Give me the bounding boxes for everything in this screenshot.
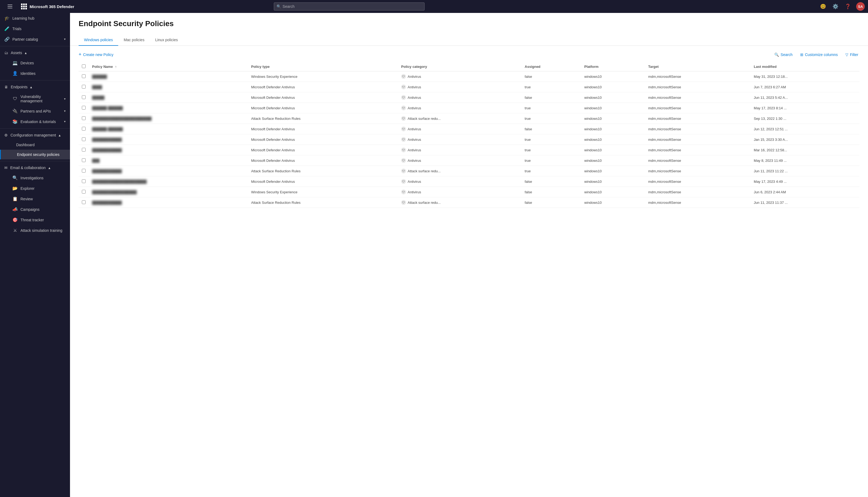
cell-policy-name[interactable]: ██████ — [89, 71, 248, 82]
sidebar-item-trials[interactable]: 🧪 Trials — [0, 24, 70, 34]
policy-name-link[interactable]: ██████████████████ — [92, 190, 137, 194]
create-new-policy-button[interactable]: + Create new Policy — [79, 50, 113, 59]
shield-category-icon: 🛡 — [401, 147, 406, 152]
row-checkbox-4[interactable] — [82, 116, 86, 120]
cell-assigned: true — [522, 82, 581, 93]
policy-name-link[interactable]: ███ — [92, 159, 100, 162]
sidebar-item-threat-tracker[interactable]: 🎯 Threat tracker — [0, 215, 70, 225]
sidebar-item-attack-simulation[interactable]: ⚔ Attack simulation training — [0, 225, 70, 236]
sidebar-item-endpoint-security-policies[interactable]: Endpoint security policies — [0, 150, 70, 159]
cell-platform: windows10 — [581, 124, 645, 134]
hamburger-button[interactable] — [3, 2, 17, 11]
row-checkbox-0[interactable] — [82, 74, 86, 78]
sidebar-item-devices[interactable]: 💻 Devices — [0, 58, 70, 68]
main-layout: 🎓 Learning hub 🧪 Trials 🔗 Partner catalo… — [0, 13, 868, 497]
filter-button[interactable]: ▽ Filter — [844, 52, 859, 58]
cell-platform: windows10 — [581, 166, 645, 176]
row-checkbox-9[interactable] — [82, 169, 86, 173]
policies-table: Policy Name ↑ Policy type Policy categor… — [79, 62, 859, 208]
policy-name-link[interactable]: ████████████ — [92, 138, 122, 142]
sidebar-item-review[interactable]: 📋 Review — [0, 194, 70, 204]
feedback-button[interactable]: 😊 — [819, 2, 827, 11]
cell-policy-category: 🛡 Antivirus — [398, 176, 522, 187]
sidebar-item-campaigns[interactable]: 📣 Campaigns — [0, 204, 70, 215]
sidebar-item-explorer[interactable]: 📂 Explorer — [0, 183, 70, 194]
sidebar-item-email-collaboration[interactable]: ✉ Email & collaboration ▴ — [0, 163, 70, 173]
search-input[interactable] — [274, 2, 425, 11]
cell-target: mdm,microsoftSense — [645, 176, 751, 187]
row-checkbox-cell — [79, 113, 89, 124]
cell-policy-name[interactable]: ██████████████████████ — [89, 176, 248, 187]
row-checkbox-12[interactable] — [82, 200, 86, 204]
sidebar-item-learning-hub[interactable]: 🎓 Learning hub — [0, 13, 70, 24]
row-checkbox-2[interactable] — [82, 95, 86, 99]
row-checkbox-6[interactable] — [82, 137, 86, 141]
sidebar-item-evaluation[interactable]: 📚 Evaluation & tutorials ▾ — [0, 116, 70, 127]
partner-catalog-icon: 🔗 — [4, 37, 10, 42]
sidebar-label-assets: Assets — [11, 51, 22, 55]
col-header-policy-name[interactable]: Policy Name ↑ — [89, 62, 248, 71]
policy-name-link[interactable]: █████ — [92, 96, 104, 100]
row-checkbox-8[interactable] — [82, 158, 86, 162]
search-table-button[interactable]: 🔍 Search — [773, 52, 794, 58]
cell-policy-name[interactable]: ████████████ — [89, 145, 248, 155]
row-checkbox-7[interactable] — [82, 148, 86, 152]
tab-windows-policies[interactable]: Windows policies — [79, 34, 118, 46]
waffle-icon[interactable] — [21, 3, 27, 10]
sidebar-item-configuration-management[interactable]: ⚙ Configuration management ▴ — [0, 130, 70, 140]
policy-name-link[interactable]: ████████████ — [92, 169, 122, 173]
row-checkbox-5[interactable] — [82, 127, 86, 131]
policy-name-link[interactable]: ██████ — [92, 74, 107, 79]
sidebar-item-dashboard[interactable]: Dashboard — [0, 140, 70, 150]
cell-policy-name[interactable]: ████████████ — [89, 166, 248, 176]
evaluation-icon: 📚 — [12, 119, 18, 124]
cell-target: mdm,microsoftSense — [645, 124, 751, 134]
cell-policy-name[interactable]: ████████████ — [89, 134, 248, 145]
row-checkbox-cell — [79, 71, 89, 82]
row-checkbox-1[interactable] — [82, 85, 86, 88]
sort-icon: ↑ — [115, 65, 117, 69]
policy-name-link[interactable]: ██████ ██████ — [92, 106, 123, 110]
tab-mac-policies[interactable]: Mac policies — [118, 34, 150, 46]
cell-policy-name[interactable]: ████████████████████████ — [89, 113, 248, 124]
category-text: Antivirus — [408, 148, 421, 152]
cell-policy-name[interactable]: ██████ ██████ — [89, 124, 248, 134]
policy-name-link[interactable]: ████ — [92, 85, 102, 89]
cell-policy-name[interactable]: ████████████ — [89, 197, 248, 208]
chevron-up-icon-2: ▴ — [30, 85, 32, 89]
cell-policy-category: 🛡 Attack surface redu... — [398, 113, 522, 124]
cell-policy-name[interactable]: ██████ ██████ — [89, 103, 248, 113]
cell-policy-type: Microsoft Defender Antivirus — [248, 145, 398, 155]
policy-name-link[interactable]: ████████████████████████ — [92, 117, 152, 120]
config-mgmt-icon: ⚙ — [4, 133, 8, 137]
select-all-checkbox[interactable] — [82, 65, 86, 68]
policy-name-link[interactable]: ████████████ — [92, 201, 122, 204]
customize-columns-button[interactable]: ⊞ Customize columns — [799, 52, 839, 58]
policy-name-link[interactable]: ████████████ — [92, 148, 122, 152]
cell-policy-name[interactable]: █████ — [89, 93, 248, 103]
policy-name-link[interactable]: ██████ ██████ — [92, 127, 123, 131]
tab-linux-policies[interactable]: Linux policies — [150, 34, 183, 46]
row-checkbox-11[interactable] — [82, 190, 86, 194]
row-checkbox-10[interactable] — [82, 179, 86, 183]
row-checkbox-3[interactable] — [82, 106, 86, 110]
sidebar-item-investigations[interactable]: 🔍 Investigations — [0, 173, 70, 183]
sidebar-item-partners-apis[interactable]: 🔌 Partners and APIs ▾ — [0, 106, 70, 116]
toolbar-right: 🔍 Search ⊞ Customize columns ▽ Filter — [773, 52, 859, 58]
cell-target: mdm,microsoftSense — [645, 187, 751, 197]
sidebar-item-endpoints[interactable]: 🖥 Endpoints ▴ — [0, 82, 70, 92]
row-checkbox-cell — [79, 155, 89, 166]
settings-button[interactable]: ⚙️ — [831, 2, 839, 11]
shield-category-icon: 🛡 — [401, 200, 406, 205]
cell-policy-name[interactable]: ███ — [89, 155, 248, 166]
policy-name-link[interactable]: ██████████████████████ — [92, 180, 147, 184]
help-button[interactable]: ❓ — [844, 2, 852, 11]
sidebar-item-partner-catalog[interactable]: 🔗 Partner catalog ▾ — [0, 34, 70, 44]
chevron-up-icon-3: ▴ — [59, 133, 60, 137]
sidebar-item-vulnerability-management[interactable]: 🛡 Vulnerability management ▾ — [0, 92, 70, 106]
cell-policy-name[interactable]: ██████████████████ — [89, 187, 248, 197]
sidebar-item-assets[interactable]: 🗂 Assets ▴ — [0, 48, 70, 58]
user-avatar[interactable]: SA — [856, 2, 865, 11]
cell-policy-name[interactable]: ████ — [89, 82, 248, 93]
sidebar-item-identities[interactable]: 👤 Identities — [0, 68, 70, 79]
